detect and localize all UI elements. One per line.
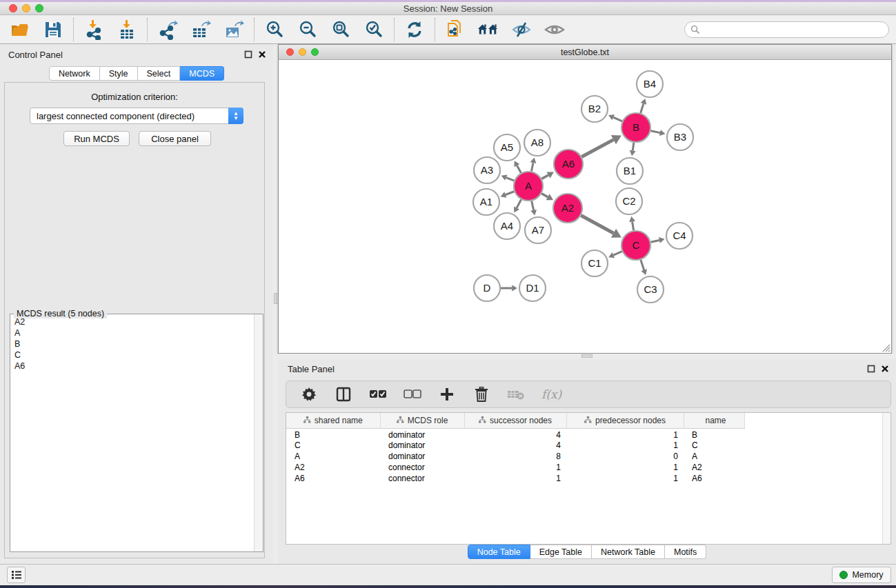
table-cell[interactable]: A6: [684, 473, 744, 484]
delete-column-trash-icon[interactable]: [472, 385, 490, 403]
column-header-shared-name[interactable]: shared name: [286, 413, 380, 428]
edge-B-B3[interactable]: [650, 131, 659, 133]
graph-node-A6[interactable]: A6: [554, 150, 583, 179]
select-all-rows-icon[interactable]: [369, 385, 387, 403]
table-scrollbar[interactable]: [882, 413, 890, 544]
import-network-icon[interactable]: [83, 19, 105, 41]
show-columns-icon[interactable]: [335, 385, 352, 403]
open-session-icon[interactable]: [9, 19, 31, 41]
graph-node-A4[interactable]: A4: [494, 213, 520, 239]
table-row[interactable]: Adominator80A: [286, 451, 744, 462]
table-row[interactable]: A2connector11A2: [286, 462, 744, 473]
edge-C-C4[interactable]: [650, 240, 659, 242]
memory-button[interactable]: Memory: [832, 567, 891, 583]
edge-C-C3[interactable]: [641, 260, 644, 270]
task-history-button[interactable]: [7, 567, 26, 583]
table-cell[interactable]: A: [684, 451, 744, 462]
graph-node-B1[interactable]: B1: [617, 158, 643, 184]
export-network-icon[interactable]: [157, 19, 179, 41]
table-row[interactable]: A6connector11A6: [286, 473, 744, 484]
table-cell[interactable]: 0: [566, 451, 684, 462]
column-header-successor-nodes[interactable]: successor nodes: [464, 413, 566, 428]
tab-motifs[interactable]: Motifs: [665, 545, 706, 559]
zoom-selected-icon[interactable]: [363, 19, 385, 41]
table-cell[interactable]: B: [286, 428, 380, 440]
hide-eye-icon[interactable]: [510, 19, 532, 41]
table-cell[interactable]: 1: [566, 440, 684, 451]
graph-node-C1[interactable]: C1: [581, 250, 608, 276]
table-cell[interactable]: A: [286, 451, 380, 462]
graph-node-A2[interactable]: A2: [553, 194, 582, 223]
graph-node-C[interactable]: C: [621, 231, 650, 260]
graph-node-C3[interactable]: C3: [637, 276, 664, 303]
table-cell[interactable]: C: [286, 440, 380, 451]
float-table-panel-icon[interactable]: [867, 365, 875, 373]
edge-A-A3[interactable]: [506, 178, 515, 181]
search-input[interactable]: [684, 21, 889, 38]
zoom-fit-icon[interactable]: [330, 19, 352, 41]
graph-node-B2[interactable]: B2: [581, 96, 608, 122]
graph-node-A[interactable]: A: [514, 172, 543, 201]
mcds-result-item[interactable]: A: [10, 327, 254, 338]
close-panel-icon[interactable]: [258, 50, 266, 59]
close-table-panel-icon[interactable]: [881, 365, 889, 373]
table-cell[interactable]: connector: [380, 462, 464, 473]
zoom-in-icon[interactable]: [263, 19, 286, 41]
table-cell[interactable]: C: [684, 440, 744, 451]
column-header-name[interactable]: name: [684, 413, 744, 428]
copy-network-view-icon[interactable]: [444, 19, 466, 41]
table-cell[interactable]: B: [684, 428, 744, 440]
graph-node-A5[interactable]: A5: [494, 134, 520, 161]
edge-B-B2[interactable]: [613, 117, 622, 121]
edge-A-A5[interactable]: [517, 165, 521, 173]
table-cell[interactable]: 1: [464, 462, 566, 473]
edge-A-A6[interactable]: [541, 175, 548, 179]
graph-node-A7[interactable]: A7: [525, 217, 551, 243]
tab-network[interactable]: Network: [49, 66, 100, 81]
tab-mcds[interactable]: MCDS: [180, 66, 224, 81]
table-cell[interactable]: A6: [286, 473, 380, 484]
table-cell[interactable]: connector: [380, 473, 464, 484]
houses-icon[interactable]: [477, 19, 499, 41]
node-table[interactable]: shared nameMCDS rolesuccessor nodesprede…: [286, 412, 891, 545]
vertical-split-divider[interactable]: [273, 44, 278, 564]
network-graph[interactable]: B4B2BB3A8A5A6A3B1AA1C2A2A4A7C4CC1C3DD1: [279, 60, 891, 353]
table-cell[interactable]: 1: [566, 473, 684, 484]
table-cell[interactable]: 1: [566, 428, 684, 440]
resize-handle-icon[interactable]: [881, 343, 890, 352]
edge-A-A4[interactable]: [517, 199, 521, 207]
table-cell[interactable]: 4: [464, 428, 566, 440]
add-column-icon[interactable]: [438, 385, 456, 403]
edge-B-B1[interactable]: [633, 143, 634, 151]
mcds-result-scrollbar[interactable]: [254, 314, 263, 551]
close-panel-button[interactable]: Close panel: [139, 131, 211, 146]
zoom-out-icon[interactable]: [297, 19, 319, 41]
edge-A2-C[interactable]: [581, 216, 613, 234]
mcds-result-item[interactable]: A6: [10, 361, 254, 372]
refresh-icon[interactable]: [404, 19, 426, 41]
graph-node-B[interactable]: B: [621, 113, 650, 142]
table-cell[interactable]: 8: [464, 451, 566, 462]
table-cell[interactable]: dominator: [380, 428, 464, 440]
table-cell[interactable]: A2: [286, 462, 380, 473]
graph-node-A8[interactable]: A8: [524, 130, 550, 156]
graph-node-B3[interactable]: B3: [667, 124, 693, 150]
graph-node-D1[interactable]: D1: [519, 275, 546, 301]
table-settings-gear-icon[interactable]: [300, 385, 318, 403]
vertical-split-grip[interactable]: [274, 293, 277, 304]
graph-node-C2[interactable]: C2: [616, 188, 642, 214]
table-cell[interactable]: dominator: [380, 451, 464, 462]
table-cell[interactable]: 4: [464, 440, 566, 451]
tab-edge-table[interactable]: Edge Table: [530, 545, 592, 559]
tab-style[interactable]: Style: [100, 66, 138, 81]
graph-node-A1[interactable]: A1: [473, 189, 499, 215]
edge-A-A8[interactable]: [531, 163, 533, 171]
edge-C-C2[interactable]: [633, 221, 634, 230]
tab-node-table[interactable]: Node Table: [468, 545, 530, 559]
network-canvas[interactable]: B4B2BB3A8A5A6A3B1AA1C2A2A4A7C4CC1C3DD1: [279, 60, 891, 353]
run-mcds-button[interactable]: Run MCDS: [63, 131, 130, 146]
table-row[interactable]: Bdominator41B: [286, 428, 744, 440]
table-cell[interactable]: 1: [464, 473, 566, 484]
column-header-MCDS-role[interactable]: MCDS role: [380, 413, 464, 428]
save-session-icon[interactable]: [42, 19, 64, 41]
